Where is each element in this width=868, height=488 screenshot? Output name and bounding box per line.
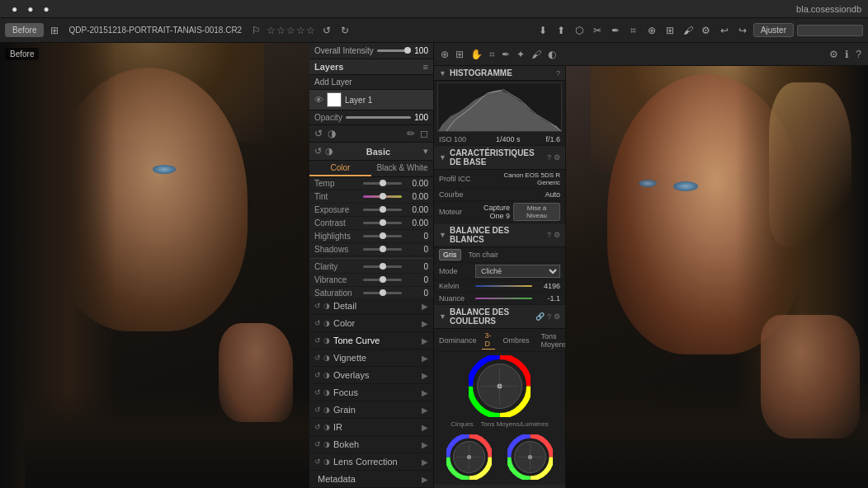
grain-reset-icon[interactable]: ↺ bbox=[314, 406, 321, 414]
grain-eye-icon[interactable]: ◑ bbox=[323, 406, 330, 414]
detail-eye-icon[interactable]: ◑ bbox=[323, 302, 330, 310]
main-color-wheel[interactable] bbox=[469, 355, 531, 417]
panel-item-ir[interactable]: ↺◑ IR ▶ bbox=[309, 419, 433, 436]
rt-fit-icon[interactable]: ⊞ bbox=[454, 49, 465, 60]
bc-link-icon[interactable]: 🔗 bbox=[535, 312, 545, 321]
vignette-eye-icon[interactable]: ◑ bbox=[323, 354, 330, 362]
basic-eye-icon[interactable]: ◑ bbox=[325, 146, 333, 157]
caracteristiques-header[interactable]: ▼ CARACTÉRISTIQUES DE BASE ? ⚙ bbox=[434, 146, 565, 170]
opacity-slider[interactable] bbox=[346, 116, 411, 119]
tool-brush-icon[interactable]: ✏ bbox=[407, 128, 415, 139]
tool-erase-icon[interactable]: ◻ bbox=[420, 128, 428, 139]
rt-brush-icon[interactable]: 🖌 bbox=[530, 49, 543, 60]
vibrance-slider[interactable] bbox=[363, 279, 402, 281]
menu-edit[interactable]: ● bbox=[22, 3, 38, 15]
ombres-tab[interactable]: Ombres bbox=[500, 336, 533, 345]
panel-item-lens-correction[interactable]: ↺◑ Lens Correction ▶ bbox=[309, 453, 433, 471]
crop-icon[interactable]: ⌗ bbox=[626, 23, 641, 38]
temp-slider[interactable] bbox=[363, 182, 402, 185]
undo-icon[interactable]: ↩ bbox=[717, 23, 732, 38]
ajuster-slider[interactable] bbox=[797, 25, 863, 36]
balance-3d-tab[interactable]: 3-D bbox=[482, 331, 495, 350]
rt-hand-icon[interactable]: ✋ bbox=[469, 49, 484, 60]
mise-a-niveau-button[interactable]: Mise à Niveau bbox=[513, 203, 560, 221]
add-layer-button[interactable]: Add Layer bbox=[314, 77, 352, 87]
layer-item[interactable]: 👁 Layer 1 bbox=[309, 90, 433, 110]
noir-blanc-header[interactable]: ▼ NOIR & BLANC ? ↺ ◑ ≡ bbox=[434, 485, 565, 488]
overlays-reset-icon[interactable]: ↺ bbox=[314, 371, 321, 379]
grid-icon[interactable]: ⊞ bbox=[663, 23, 677, 38]
bc-info-icon[interactable]: ? bbox=[547, 312, 551, 321]
star-rating[interactable]: ☆☆☆☆☆ bbox=[267, 25, 316, 36]
rotate-left-icon[interactable]: ↺ bbox=[319, 23, 334, 38]
tools-icon[interactable]: ✂ bbox=[590, 23, 605, 38]
panel-item-bokeh[interactable]: ↺◑ Bokeh ▶ bbox=[309, 436, 433, 453]
zoom-icon[interactable]: ⊕ bbox=[644, 23, 659, 38]
small-wheel-right[interactable] bbox=[507, 434, 553, 480]
brush-icon[interactable]: 🖌 bbox=[681, 23, 696, 38]
saturation-slider[interactable] bbox=[363, 292, 402, 294]
rt-zoom-icon[interactable]: ⊕ bbox=[439, 49, 451, 60]
export-icon[interactable]: ⬆ bbox=[554, 23, 568, 38]
wb-info-icon[interactable]: ? bbox=[547, 231, 551, 239]
color-reset-icon[interactable]: ↺ bbox=[314, 319, 321, 327]
vignette-reset-icon[interactable]: ↺ bbox=[314, 354, 321, 362]
menu-file[interactable]: ● bbox=[7, 3, 22, 15]
overall-intensity-slider[interactable] bbox=[377, 49, 412, 52]
flag-icon[interactable]: ⚐ bbox=[248, 23, 263, 38]
focus-reset-icon[interactable]: ↺ bbox=[314, 388, 321, 396]
share-icon[interactable]: ⬡ bbox=[572, 23, 587, 38]
wb-nuance-slider[interactable] bbox=[475, 298, 532, 299]
highlights-slider[interactable] bbox=[363, 235, 402, 237]
panel-item-overlays[interactable]: ↺◑ Overlays ▶ bbox=[309, 367, 433, 384]
tool-reset-icon[interactable]: ↺ bbox=[314, 128, 323, 139]
lenscor-reset-icon[interactable]: ↺ bbox=[314, 458, 321, 466]
lenscor-eye-icon[interactable]: ◑ bbox=[323, 458, 330, 466]
panel-item-vignette[interactable]: ↺◑ Vignette ▶ bbox=[309, 350, 433, 367]
ton-chair-tab[interactable]: Ton chair bbox=[465, 249, 503, 260]
carac-settings-icon[interactable]: ⚙ bbox=[554, 153, 560, 162]
layers-menu-icon[interactable]: ≡ bbox=[423, 62, 428, 72]
redo-icon[interactable]: ↪ bbox=[735, 23, 750, 38]
rt-settings2-icon[interactable]: ⚙ bbox=[828, 49, 840, 60]
bw-tab[interactable]: Black & White bbox=[371, 161, 433, 176]
panel-item-grain[interactable]: ↺◑ Grain ▶ bbox=[309, 401, 433, 419]
rt-help-icon[interactable]: ? bbox=[854, 49, 863, 60]
basic-collapse-icon[interactable]: ▾ bbox=[423, 146, 428, 157]
rotate-right-icon[interactable]: ↻ bbox=[337, 23, 352, 38]
settings-icon[interactable]: ⚙ bbox=[699, 23, 714, 38]
menu-view[interactable]: ● bbox=[39, 3, 54, 15]
panel-item-detail[interactable]: ↺◑ Detail ▶ bbox=[309, 298, 433, 315]
rt-gradient-icon[interactable]: ◐ bbox=[546, 49, 558, 60]
overlays-eye-icon[interactable]: ◑ bbox=[323, 371, 330, 379]
compare-icon[interactable]: ⊞ bbox=[47, 23, 62, 38]
rt-heal-icon[interactable]: ✦ bbox=[515, 49, 526, 60]
panel-item-metadata[interactable]: Metadata ▶ bbox=[309, 471, 433, 488]
tonecurve-reset-icon[interactable]: ↺ bbox=[314, 336, 321, 345]
focus-eye-icon[interactable]: ◑ bbox=[323, 388, 330, 396]
clarity-slider[interactable] bbox=[363, 265, 402, 268]
before-button[interactable]: Before bbox=[5, 23, 44, 37]
color-picker-icon[interactable]: ✒ bbox=[608, 23, 623, 38]
import-icon[interactable]: ⬇ bbox=[535, 23, 550, 38]
balance-couleurs-header[interactable]: ▼ BALANCE DES COULEURS 🔗 ? ⚙ bbox=[434, 305, 565, 329]
shadows-slider[interactable] bbox=[363, 248, 402, 251]
rt-picker-icon[interactable]: ✒ bbox=[500, 49, 512, 60]
carac-info-icon[interactable]: ? bbox=[547, 153, 551, 162]
exposure-slider[interactable] bbox=[363, 209, 402, 211]
tons-moyens-tab[interactable]: Tons Moyens bbox=[538, 331, 566, 350]
gris-tab[interactable]: Gris bbox=[439, 249, 461, 260]
wb-mode-select[interactable]: Cliché bbox=[475, 265, 560, 278]
contrast-slider[interactable] bbox=[363, 222, 402, 224]
ir-eye-icon[interactable]: ◑ bbox=[323, 423, 330, 431]
tonecurve-eye-icon[interactable]: ◑ bbox=[323, 336, 330, 345]
detail-reset-icon[interactable]: ↺ bbox=[314, 302, 321, 310]
panel-item-tone-curve[interactable]: ↺◑ Tone Curve ▶ bbox=[309, 332, 433, 350]
ajuster-button[interactable]: Ajuster bbox=[753, 23, 794, 37]
wb-kelvin-slider[interactable] bbox=[475, 285, 532, 287]
layer-visibility-icon[interactable]: 👁 bbox=[314, 95, 323, 105]
bokeh-reset-icon[interactable]: ↺ bbox=[314, 440, 321, 448]
ir-reset-icon[interactable]: ↺ bbox=[314, 423, 321, 431]
histogram-section-header[interactable]: ▼ HISTOGRAMME ? bbox=[434, 66, 565, 81]
histogram-menu-icon[interactable]: ? bbox=[556, 69, 560, 77]
